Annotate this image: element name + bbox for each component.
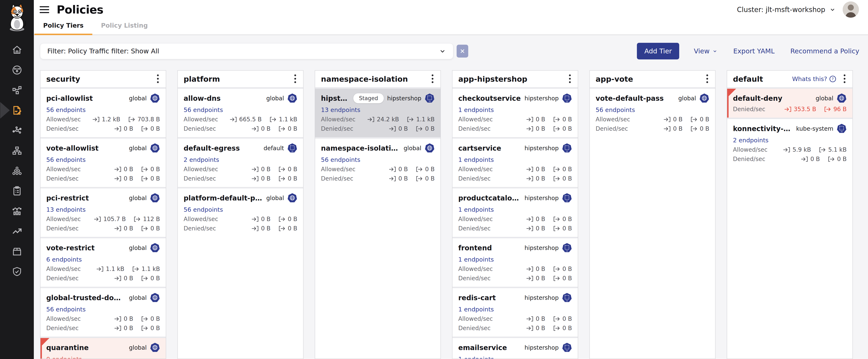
global-scope-icon	[150, 193, 160, 203]
export-yaml-button[interactable]: Export YAML	[732, 47, 776, 55]
policy-card-header: global-trusted-domainsglobal	[46, 293, 160, 303]
tier-menu-button[interactable]	[704, 73, 710, 85]
sidebar-item-network-topology[interactable]	[11, 145, 22, 156]
policy-card-global-trusted-domains[interactable]: global-trusted-domainsglobal56 endpoints…	[40, 288, 166, 336]
policy-scope: hipstershopns	[521, 143, 572, 153]
endpoints-link[interactable]: 56 endpoints	[46, 106, 86, 113]
egress-value: 0 B	[141, 125, 160, 132]
egress-value: 0 B	[416, 125, 435, 132]
scope-label: hipstershop	[387, 95, 421, 102]
egress-amount: 96 B	[833, 106, 847, 113]
sidebar-item-packages[interactable]	[11, 246, 22, 257]
sidebar-item-threat-defense[interactable]	[11, 266, 22, 277]
policy-card-cartservice[interactable]: cartservicehipstershopns1 endpointsAllow…	[453, 139, 578, 187]
sidebar-item-flow-visualizer[interactable]	[11, 125, 22, 136]
stat-values: 0 B0 B	[526, 266, 572, 272]
policy-card-namespace-isolation-default-p[interactable]: namespace-isolation-default-p…global56 e…	[315, 139, 440, 187]
stat-values: 0 B0 B	[664, 116, 709, 123]
view-menu-button[interactable]: View	[692, 47, 719, 55]
policy-card-konnectivity-agent[interactable]: konnectivity-agentkube-systemns2 endpoin…	[727, 119, 852, 167]
egress-traffic-icon	[553, 275, 560, 281]
endpoints-link[interactable]: 6 endpoints	[46, 256, 82, 263]
tier-menu-button[interactable]	[155, 73, 161, 85]
sidebar-item-service-graph[interactable]	[11, 85, 22, 95]
ingress-traffic-icon	[526, 175, 534, 182]
tab-policy-listing[interactable]: Policy Listing	[92, 22, 157, 34]
policy-card-default-egress[interactable]: default-egressdefaultns2 endpointsAllowe…	[178, 139, 303, 187]
sidebar-item-statistics[interactable]	[11, 206, 22, 217]
recommend-policy-button[interactable]: Recommend a Policy	[789, 47, 861, 55]
endpoints-link[interactable]: 56 endpoints	[184, 206, 223, 213]
policy-card-emailservice[interactable]: emailservicehipstershopns1 endpointsAllo…	[453, 338, 578, 359]
ingress-value: 0 B	[526, 315, 545, 322]
endpoints-link[interactable]: 2 endpoints	[184, 156, 219, 163]
policy-card-redis-cart[interactable]: redis-carthipstershopns1 endpointsAllowe…	[453, 288, 578, 336]
traffic-stat-row: Allowed/sec0 B0 B	[458, 116, 572, 123]
add-tier-button[interactable]: Add Tier	[637, 43, 679, 59]
scope-label: hipstershop	[524, 245, 559, 251]
policy-card-default-deny[interactable]: default-denyglobalDenied/sec353.5 B96 B	[727, 89, 852, 118]
policy-card-vote-allowlist[interactable]: vote-allowlistglobal56 endpointsAllowed/…	[40, 139, 166, 187]
endpoints-link[interactable]: 1 endpoints	[458, 256, 494, 263]
endpoints-link[interactable]: 1 endpoints	[458, 206, 494, 213]
policy-card-allow-dns[interactable]: allow-dnsglobal56 endpointsAllowed/sec66…	[178, 89, 303, 137]
tier-menu-button[interactable]	[292, 73, 298, 85]
policy-name: namespace-isolation-default-p…	[321, 144, 400, 152]
hamburger-menu-button[interactable]	[40, 6, 49, 13]
policy-name: pci-allowlist	[46, 94, 93, 103]
tier-column-platform: platformallow-dnsglobal56 endpointsAllow…	[177, 70, 304, 359]
endpoints-link[interactable]: 1 endpoints	[458, 156, 494, 163]
sidebar-item-policies[interactable]	[11, 105, 22, 116]
policy-card-platform-default-pass[interactable]: platform-default-passglobal56 endpointsA…	[178, 188, 303, 237]
endpoints-link[interactable]: 1 endpoints	[458, 306, 494, 313]
policy-card-checkoutservice[interactable]: checkoutservicehipstershopns1 endpointsA…	[453, 89, 578, 137]
endpoints-link[interactable]: 13 endpoints	[46, 206, 86, 213]
policy-card-pci-restrict[interactable]: pci-restrictglobal13 endpointsAllowed/se…	[40, 188, 166, 237]
egress-amount: 0 B	[288, 225, 297, 232]
clear-filter-button[interactable]: ✕	[457, 45, 468, 58]
policy-card-productcatalogservice[interactable]: productcatalogservicehipstershopns1 endp…	[453, 188, 578, 237]
global-scope-icon	[699, 93, 709, 103]
namespace-scope-icon: ns	[562, 243, 572, 253]
whats-this-link[interactable]: Whats this??	[792, 76, 836, 82]
tier-menu-button[interactable]	[430, 73, 435, 85]
endpoints-link[interactable]: 13 endpoints	[321, 106, 360, 113]
endpoints-link[interactable]: 56 endpoints	[46, 306, 86, 313]
ingress-amount: 0 B	[673, 125, 683, 132]
ingress-traffic-icon	[114, 225, 122, 232]
sidebar-item-home[interactable]	[11, 45, 22, 55]
traffic-stat-row: Allowed/sec0 B0 B	[46, 315, 160, 322]
sidebar-item-compliance[interactable]	[11, 186, 22, 196]
tab-policy-tiers[interactable]: Policy Tiers	[34, 22, 92, 34]
policy-card-vote-restrict[interactable]: vote-restrictglobal6 endpointsAllowed/se…	[40, 238, 166, 287]
tier-title: app-hipstershop	[458, 75, 527, 83]
policy-filter-dropdown[interactable]: Filter: Policy Traffic filter: Show All	[40, 43, 453, 59]
policy-card-hipstershop-gh[interactable]: hipstershop-gh…Stagedhipstershopns13 end…	[315, 89, 440, 137]
tier-menu-button[interactable]	[567, 73, 573, 85]
egress-amount: 0 B	[837, 156, 847, 163]
endpoints-link[interactable]: 56 endpoints	[46, 156, 86, 163]
ingress-traffic-icon	[96, 266, 104, 272]
endpoints-link[interactable]: 2 endpoints	[733, 137, 768, 144]
endpoints-link[interactable]: 1 endpoints	[458, 106, 494, 113]
egress-amount: 0 B	[150, 175, 160, 182]
policy-card-frontend[interactable]: frontendhipstershopns1 endpointsAllowed/…	[453, 238, 578, 287]
endpoints-link[interactable]: 56 endpoints	[321, 156, 360, 163]
endpoints-link[interactable]: 56 endpoints	[184, 106, 223, 113]
egress-amount: 1.1 kB	[142, 266, 160, 272]
policy-name: redis-cart	[458, 294, 496, 302]
policy-card-pci-allowlist[interactable]: pci-allowlistglobal56 endpointsAllowed/s…	[40, 89, 166, 137]
endpoints-link[interactable]: 0 endpoints	[46, 356, 82, 359]
endpoints-link[interactable]: 1 endpoints	[458, 356, 494, 359]
sidebar-item-dashboard[interactable]	[11, 64, 22, 76]
egress-traffic-icon	[828, 156, 835, 162]
policy-card-quarantine[interactable]: quarantineglobal0 endpoints	[40, 338, 166, 359]
endpoints-link[interactable]: 56 endpoints	[596, 106, 635, 113]
tier-menu-button[interactable]	[842, 73, 847, 85]
cluster-selector[interactable]: Cluster: jlt-msft-workshop	[737, 6, 836, 14]
sidebar-item-endpoint-groups[interactable]	[11, 165, 22, 176]
policy-card-vote-default-pass[interactable]: vote-default-passglobal56 endpointsAllow…	[590, 89, 715, 137]
sidebar-item-trends[interactable]	[11, 226, 22, 237]
user-avatar[interactable]	[843, 1, 859, 18]
kebab-menu-icon	[843, 74, 846, 84]
